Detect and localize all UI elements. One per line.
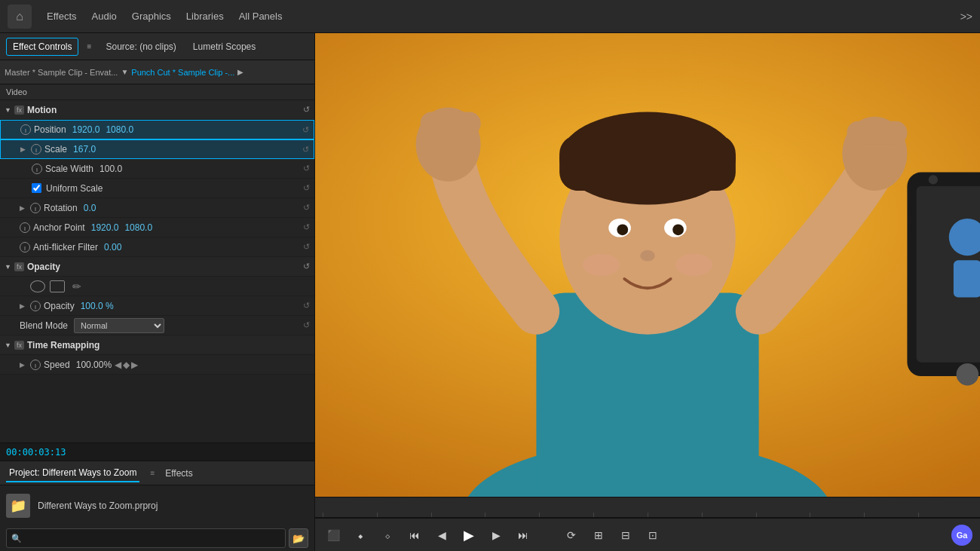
speed-back-icon[interactable]: ◀: [115, 360, 121, 370]
position-reset-icon[interactable]: ↺: [302, 125, 309, 135]
video-preview: [315, 33, 980, 497]
scale-width-row: Scale Width 100.0 ↺: [0, 159, 314, 179]
speed-value[interactable]: 100.00%: [76, 360, 112, 370]
rotation-expand-icon[interactable]: ▶: [20, 204, 30, 212]
tab-libraries[interactable]: Libraries: [186, 8, 224, 25]
position-y-value[interactable]: 1080.0: [106, 124, 133, 135]
opacity-ellipse-tool[interactable]: [30, 280, 45, 292]
speed-forward-icon[interactable]: ▶: [131, 360, 138, 370]
right-controls: Ga: [951, 525, 972, 546]
time-remap-collapse-icon[interactable]: ▼: [5, 341, 11, 349]
speed-expand-icon[interactable]: ▶: [20, 361, 30, 369]
position-stopwatch-icon[interactable]: [20, 124, 31, 135]
opacity-label: Opacity: [44, 301, 75, 311]
clip-selector-row: Master * Sample Clip - Envat... ▼ Punch …: [0, 60, 314, 84]
video-frame: [315, 33, 980, 497]
tab-all-panels[interactable]: All Panels: [239, 8, 283, 25]
loop-button[interactable]: ⟳: [561, 525, 582, 546]
svg-point-26: [957, 363, 979, 386]
go-to-out-button[interactable]: ⏭: [513, 525, 534, 546]
anchor-point-stopwatch-icon[interactable]: [20, 222, 30, 233]
rotation-value[interactable]: 0.0: [84, 203, 96, 213]
add-marker-button[interactable]: ⬥: [350, 525, 371, 546]
opacity-reset-icon[interactable]: ↺: [303, 262, 310, 271]
insert-button[interactable]: ⊡: [642, 525, 663, 546]
tab-source[interactable]: Source: (no clips): [100, 38, 182, 55]
svg-point-22: [929, 175, 938, 184]
marker-button[interactable]: ⬦: [377, 525, 398, 546]
ruler-mark: [702, 513, 756, 517]
tab-effect-controls[interactable]: Effect Controls: [6, 38, 78, 56]
user-avatar[interactable]: Ga: [951, 525, 972, 546]
tab-audio[interactable]: Audio: [92, 8, 117, 25]
time-remapping-group-header[interactable]: ▼ fx Time Remapping: [0, 335, 314, 355]
uniform-scale-reset-icon[interactable]: ↺: [303, 183, 310, 193]
position-x-value[interactable]: 1920.0: [72, 124, 100, 135]
blend-mode-reset-icon[interactable]: ↺: [303, 320, 310, 330]
tab-effects[interactable]: Effects: [47, 8, 77, 25]
top-bar: ⌂ Effects Audio Graphics Libraries All P…: [0, 0, 980, 33]
svg-point-13: [675, 254, 712, 277]
opacity-value-reset-icon[interactable]: ↺: [303, 301, 310, 311]
opacity-pen-tool[interactable]: ✏: [69, 280, 84, 292]
opacity-shape-icons-row: ✏: [0, 277, 314, 296]
anchor-point-reset-icon[interactable]: ↺: [303, 222, 310, 232]
step-forward-button[interactable]: ▶: [485, 525, 507, 546]
opacity-value[interactable]: 100.0 %: [81, 301, 114, 311]
mark-in-button[interactable]: ⬛: [323, 525, 344, 546]
opacity-group-header[interactable]: ▼ fx Opacity ↺: [0, 257, 314, 277]
tab-project[interactable]: Project: Different Ways to Zoom: [6, 464, 139, 482]
speed-stopwatch-icon[interactable]: [30, 360, 41, 370]
anti-flicker-value[interactable]: 0.00: [104, 242, 121, 253]
opacity-rect-tool[interactable]: [50, 280, 65, 292]
new-folder-button[interactable]: 📂: [289, 528, 308, 548]
tab-graphics[interactable]: Graphics: [132, 8, 171, 25]
go-to-in-button[interactable]: ⏮: [404, 525, 425, 546]
scale-stopwatch-icon[interactable]: [31, 144, 41, 155]
rotation-reset-icon[interactable]: ↺: [303, 203, 310, 213]
anchor-point-label: Anchor Point: [33, 222, 85, 233]
effect-controls-menu-icon[interactable]: ≡: [83, 41, 95, 53]
master-clip-dropdown[interactable]: ▼: [121, 68, 128, 76]
svg-point-10: [672, 224, 684, 235]
tab-lumetri[interactable]: Lumetri Scopes: [187, 38, 262, 55]
scale-value[interactable]: 167.0: [73, 144, 96, 155]
multi-camera-button[interactable]: ⊞: [588, 525, 609, 546]
expand-panels-button[interactable]: >>: [960, 11, 972, 23]
scale-reset-icon[interactable]: ↺: [302, 145, 309, 155]
scale-expand-icon[interactable]: ▶: [20, 145, 31, 153]
speed-keyframe-icon[interactable]: ◆: [123, 360, 130, 370]
motion-reset-icon[interactable]: ↺: [303, 105, 310, 115]
uniform-scale-checkbox[interactable]: [32, 183, 41, 193]
motion-collapse-icon[interactable]: ▼: [5, 106, 11, 114]
scale-width-value[interactable]: 100.0: [100, 164, 122, 174]
project-tab-menu-icon[interactable]: ≡: [150, 469, 155, 477]
anti-flicker-reset-icon[interactable]: ↺: [303, 242, 310, 252]
main-area: Effect Controls ≡ Source: (no clips) Lum…: [0, 33, 980, 551]
motion-group-header[interactable]: ▼ fx Motion ↺: [0, 100, 314, 120]
home-button[interactable]: ⌂: [8, 5, 32, 29]
rotation-stopwatch-icon[interactable]: [30, 203, 41, 213]
anti-flicker-stopwatch-icon[interactable]: [20, 242, 30, 253]
scale-width-stopwatch-icon[interactable]: [32, 164, 42, 174]
tab-effects-panel[interactable]: Effects: [162, 465, 195, 482]
search-input-wrap: 🔍: [6, 528, 286, 548]
svg-point-11: [640, 250, 655, 262]
punch-cut-clip-label[interactable]: Punch Cut * Sample Clip -...: [131, 68, 234, 77]
opacity-collapse-icon[interactable]: ▼: [5, 263, 11, 271]
scale-width-reset-icon[interactable]: ↺: [303, 164, 310, 173]
search-bar: 🔍 📂: [6, 528, 308, 548]
opacity-stopwatch-icon[interactable]: [30, 301, 41, 311]
search-input[interactable]: [22, 534, 280, 543]
opacity-group-name: Opacity: [27, 262, 60, 272]
step-back-button[interactable]: ◀: [431, 525, 452, 546]
anchor-point-y[interactable]: 1080.0: [124, 222, 152, 233]
blend-mode-select[interactable]: Normal Dissolve Multiply Screen Overlay: [74, 318, 164, 333]
anchor-point-row: Anchor Point 1920.0 1080.0 ↺: [0, 218, 314, 237]
speed-label: Speed: [44, 360, 70, 370]
opacity-expand-icon[interactable]: ▶: [20, 302, 30, 310]
ripple-trim-button[interactable]: ⊟: [615, 525, 636, 546]
anchor-point-x[interactable]: 1920.0: [91, 222, 119, 233]
play-button[interactable]: ▶: [458, 525, 479, 546]
rotation-row: ▶ Rotation 0.0 ↺: [0, 198, 314, 218]
